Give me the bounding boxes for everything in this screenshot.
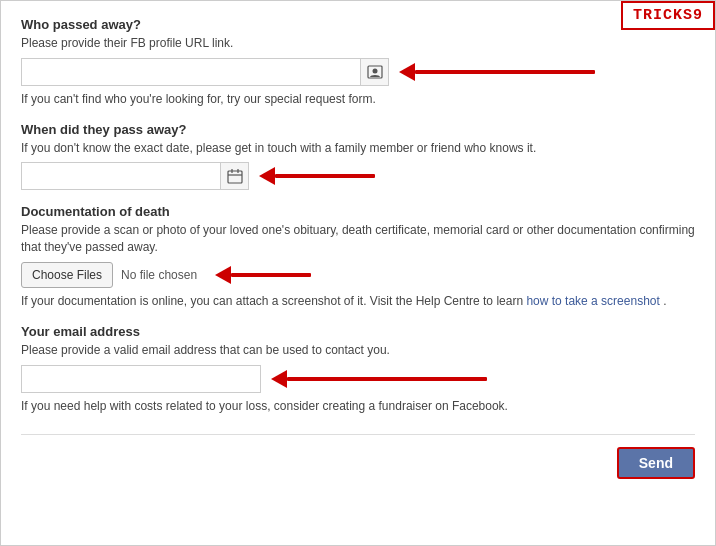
email-help: If you need help with costs related to y… <box>21 398 695 415</box>
documentation-section: Documentation of death Please provide a … <box>21 204 695 309</box>
file-arrow-head <box>215 266 231 284</box>
who-arrow <box>399 63 595 81</box>
email-section: Your email address Please provide a vali… <box>21 324 695 415</box>
svg-rect-2 <box>228 171 242 183</box>
file-arrow <box>215 266 311 284</box>
when-arrow-container <box>259 167 375 185</box>
email-arrow <box>271 370 487 388</box>
when-arrow-line <box>275 174 375 178</box>
who-input-row <box>21 58 695 86</box>
watermark: TRICKS9 <box>621 1 715 30</box>
footer: Send <box>21 434 695 479</box>
who-desc: Please provide their FB profile URL link… <box>21 35 695 52</box>
who-arrow-container <box>399 63 595 81</box>
calendar-svg <box>227 168 243 184</box>
choose-files-button[interactable]: Choose Files <box>21 262 113 288</box>
file-upload-row: Choose Files No file chosen <box>21 262 695 288</box>
when-input[interactable] <box>21 162 221 190</box>
who-input[interactable] <box>21 58 361 86</box>
file-arrow-container <box>215 266 311 284</box>
when-section: When did they pass away? If you don't kn… <box>21 122 695 191</box>
when-label: When did they pass away? <box>21 122 695 137</box>
when-input-row <box>21 162 695 190</box>
form-container: TRICKS9 Who passed away? Please provide … <box>0 0 716 546</box>
when-arrow-head <box>259 167 275 185</box>
who-arrow-head <box>399 63 415 81</box>
screenshot-link[interactable]: how to take a screenshot <box>526 294 659 308</box>
documentation-label: Documentation of death <box>21 204 695 219</box>
who-arrow-line <box>415 70 595 74</box>
who-input-icon[interactable] <box>361 58 389 86</box>
when-arrow <box>259 167 375 185</box>
email-desc: Please provide a valid email address tha… <box>21 342 695 359</box>
email-arrow-head <box>271 370 287 388</box>
calendar-icon[interactable] <box>221 162 249 190</box>
send-button[interactable]: Send <box>617 447 695 479</box>
who-section: Who passed away? Please provide their FB… <box>21 17 695 108</box>
email-label: Your email address <box>21 324 695 339</box>
who-label: Who passed away? <box>21 17 695 32</box>
email-arrow-line <box>287 377 487 381</box>
email-input-row <box>21 365 695 393</box>
file-arrow-line <box>231 273 311 277</box>
email-input[interactable] <box>21 365 261 393</box>
who-help: If you can't find who you're looking for… <box>21 91 695 108</box>
documentation-help: If your documentation is online, you can… <box>21 293 695 310</box>
when-desc: If you don't know the exact date, please… <box>21 140 695 157</box>
documentation-desc: Please provide a scan or photo of your l… <box>21 222 695 256</box>
svg-point-1 <box>372 68 377 73</box>
contact-icon <box>367 64 383 80</box>
no-file-text: No file chosen <box>121 268 197 282</box>
email-arrow-container <box>271 370 487 388</box>
